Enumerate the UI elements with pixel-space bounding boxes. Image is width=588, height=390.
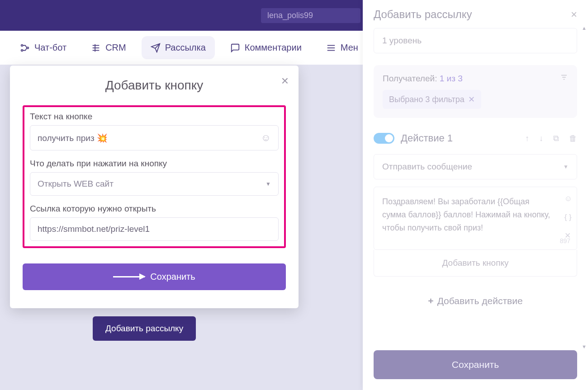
tab-label: CRM (105, 42, 126, 53)
chatbot-icon (20, 43, 30, 53)
menu-icon (326, 43, 336, 53)
label: Добавить кнопку (442, 258, 509, 268)
button-text-label: Текст на кнопке (30, 112, 279, 122)
copy-icon[interactable]: ⧉ (553, 134, 559, 143)
side-save-button[interactable]: Сохранить (374, 350, 577, 379)
save-button[interactable]: Сохранить (23, 263, 286, 290)
search-input[interactable]: lena_polis99 (261, 8, 360, 23)
label: Добавить действие (437, 296, 523, 306)
action-name: Действие 1 (401, 132, 519, 144)
move-down-icon[interactable]: ↓ (539, 134, 543, 143)
tab-menu[interactable]: Мен (317, 36, 367, 59)
button-action-label: Что делать при нажатии на кнопку (30, 159, 279, 169)
recipients-count: 1 из 3 (440, 74, 463, 83)
tab-crm[interactable]: CRM (82, 36, 135, 59)
button-action-select[interactable]: Открыть WEB сайт ▼ (30, 172, 279, 196)
delete-icon[interactable]: 🗑 (569, 134, 577, 143)
select-value: Открыть WEB сайт (38, 179, 114, 189)
search-value: lena_polis99 (267, 11, 313, 20)
button-text-field[interactable] (38, 133, 261, 143)
highlighted-form-area: Текст на кнопке ☺ Что делать при нажатии… (23, 105, 286, 248)
chevron-down-icon: ▼ (266, 181, 271, 187)
broadcast-side-panel: Добавить рассылку × 1 уровень Получателе… (363, 0, 588, 390)
plus-icon: + (428, 296, 433, 306)
emoji-icon[interactable]: ☺ (261, 132, 271, 144)
action-header: Действие 1 ↑ ↓ ⧉ 🗑 (374, 132, 577, 144)
side-panel-footer: Сохранить (363, 342, 588, 390)
scrollbar[interactable]: ▲ ▼ (581, 25, 587, 349)
send-icon (151, 43, 161, 53)
select-value: Отправить сообщение (382, 162, 472, 172)
tab-label: Рассылка (165, 42, 206, 53)
button-label: Сохранить (452, 359, 499, 370)
button-link-label: Ссылка которую нужно открыть (30, 204, 279, 214)
remove-filter-icon[interactable]: ✕ (468, 94, 475, 104)
button-link-input[interactable] (30, 217, 279, 241)
variable-icon[interactable]: { } (564, 211, 572, 223)
comment-icon (230, 43, 240, 53)
modal-title: Добавить кнопку (23, 78, 286, 93)
tab-label: Мен (341, 42, 358, 53)
button-text-input[interactable]: ☺ (30, 125, 279, 150)
side-panel-body[interactable]: 1 уровень Получателей: 1 из 3 Выбрано 3 … (363, 28, 588, 342)
side-panel-header: Добавить рассылку × (363, 0, 588, 28)
button-label: Сохранить (150, 272, 195, 282)
action-toggle[interactable] (374, 133, 394, 144)
scroll-up-icon[interactable]: ▲ (582, 25, 587, 31)
chip-label: Выбрано 3 фильтра (389, 95, 465, 104)
message-text: Поздравляем! Вы заработали {{Общая сумма… (382, 197, 550, 232)
close-icon[interactable]: × (281, 74, 289, 88)
add-button-row[interactable]: Добавить кнопку (374, 250, 577, 277)
action-toolbar: ↑ ↓ ⧉ 🗑 (525, 134, 577, 143)
message-tools: ☺ { } ✕ (564, 193, 572, 242)
tab-broadcast[interactable]: Рассылка (142, 36, 215, 59)
action-type-select[interactable]: Отправить сообщение ▼ (374, 154, 577, 179)
recipients-label: Получателей: (383, 74, 437, 83)
svg-point-0 (21, 44, 23, 46)
add-button-modal: × Добавить кнопку Текст на кнопке ☺ Что … (10, 66, 299, 308)
add-action-button[interactable]: +Добавить действие (374, 289, 577, 313)
close-icon[interactable]: × (571, 8, 577, 21)
recipients-card: Получателей: 1 из 3 Выбрано 3 фильтра ✕ (374, 65, 577, 118)
filter-chip[interactable]: Выбрано 3 фильтра ✕ (383, 90, 481, 109)
tab-comments[interactable]: Комментарии (221, 36, 311, 59)
select-value: 1 уровень (382, 36, 422, 46)
tab-label: Чат-бот (34, 42, 66, 53)
scroll-down-icon[interactable]: ▼ (582, 344, 587, 349)
message-textarea[interactable]: Поздравляем! Вы заработали {{Общая сумма… (374, 187, 577, 250)
chevron-down-icon: ▼ (563, 164, 569, 170)
arrow-annotation-icon (113, 276, 145, 277)
filter-icon[interactable] (560, 73, 568, 84)
char-count: 897 (560, 236, 570, 246)
tab-label: Комментарии (245, 42, 302, 53)
button-link-field[interactable] (38, 224, 271, 234)
button-label: Добавить рассылку (105, 324, 183, 333)
list-icon (91, 43, 101, 53)
add-broadcast-button[interactable]: Добавить рассылку (93, 316, 196, 341)
emoji-icon[interactable]: ☺ (564, 193, 572, 205)
svg-point-1 (21, 49, 23, 51)
move-up-icon[interactable]: ↑ (525, 134, 529, 143)
side-panel-title: Добавить рассылку (374, 8, 472, 21)
level-select[interactable]: 1 уровень (374, 28, 577, 53)
tab-chatbot[interactable]: Чат-бот (11, 36, 76, 59)
